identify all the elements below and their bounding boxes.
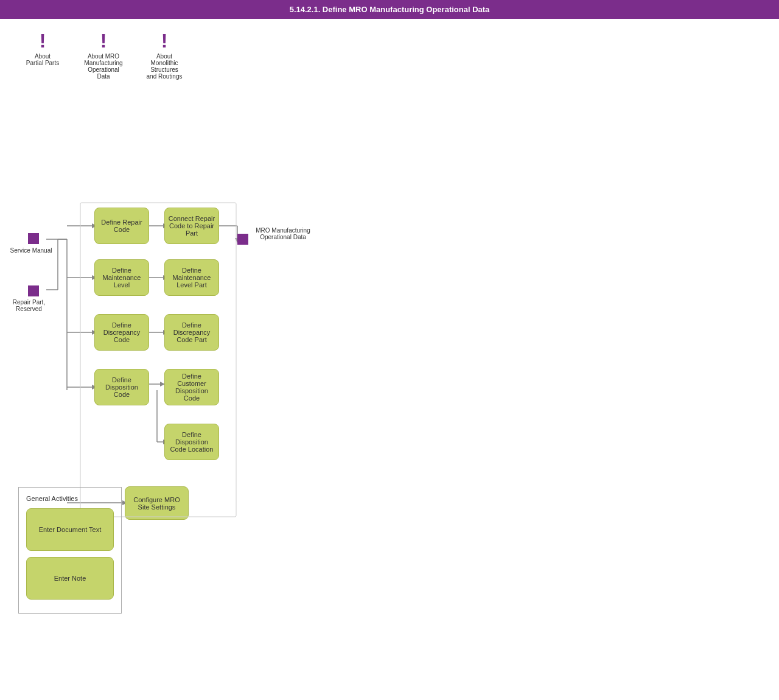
define-disposition-code-location-node[interactable]: Define Disposition Code Location: [164, 424, 219, 460]
define-maintenance-level-node[interactable]: Define Maintenance Level: [94, 259, 149, 296]
icon-label-1: AboutPartial Parts: [26, 53, 59, 66]
define-customer-disposition-code-label: Define Customer Disposition Code: [168, 373, 215, 402]
exclamation-icon-2: !: [100, 31, 107, 51]
configure-mro-site-settings-label: Configure MRO Site Settings: [128, 496, 185, 511]
general-activities-title: General Activities: [26, 495, 114, 502]
header-title: 5.14.2.1. Define MRO Manufacturing Opera…: [290, 5, 490, 14]
connect-repair-code-node[interactable]: Connect Repair Code to Repair Part: [164, 208, 219, 244]
connect-repair-code-label: Connect Repair Code to Repair Part: [168, 215, 215, 237]
icon-about-mro[interactable]: ! About MROManufacturingOperationalData: [79, 31, 128, 80]
configure-mro-site-settings-node[interactable]: Configure MRO Site Settings: [125, 486, 189, 520]
diagram-area: Service Manual Repair Part, Reserved Def…: [0, 92, 779, 548]
enter-document-text-node[interactable]: Enter Document Text: [26, 508, 114, 548]
define-disposition-code-node[interactable]: Define Disposition Code: [94, 369, 149, 405]
define-discrepancy-code-part-label: Define Discrepancy Code Part: [168, 321, 215, 343]
define-maintenance-level-part-label: Define Maintenance Level Part: [168, 267, 215, 289]
svg-rect-29: [80, 203, 236, 517]
mro-output-label: MRO Manufacturing Operational Data: [253, 227, 313, 240]
mro-output-node: [237, 234, 248, 245]
top-icons-area: ! AboutPartial Parts ! About MROManufact…: [0, 19, 779, 86]
bracket-outline: [79, 201, 237, 518]
icon-label-3: AboutMonolithicStructuresand Routings: [147, 53, 183, 80]
exclamation-icon-1: !: [40, 31, 46, 51]
general-activities-box: General Activities Enter Document Text E…: [18, 487, 122, 548]
enter-document-text-label: Enter Document Text: [39, 526, 102, 533]
exclamation-icon-3: !: [161, 31, 168, 51]
service-manual-node: [28, 233, 39, 244]
define-disposition-code-label: Define Disposition Code: [98, 376, 145, 398]
page-header: 5.14.2.1. Define MRO Manufacturing Opera…: [0, 0, 779, 19]
define-maintenance-level-part-node[interactable]: Define Maintenance Level Part: [164, 259, 219, 296]
icon-about-partial-parts[interactable]: ! AboutPartial Parts: [18, 31, 67, 66]
define-disposition-code-location-label: Define Disposition Code Location: [168, 431, 215, 453]
service-manual-label: Service Manual: [10, 247, 52, 254]
icon-label-2: About MROManufacturingOperationalData: [84, 53, 122, 80]
define-customer-disposition-code-node[interactable]: Define Customer Disposition Code: [164, 369, 219, 405]
icon-about-monolithic[interactable]: ! AboutMonolithicStructuresand Routings: [140, 31, 189, 80]
define-repair-code-label: Define Repair Code: [98, 219, 145, 233]
define-maintenance-level-label: Define Maintenance Level: [98, 267, 145, 289]
define-repair-code-node[interactable]: Define Repair Code: [94, 208, 149, 244]
repair-part-node: [28, 285, 39, 296]
define-discrepancy-code-label: Define Discrepancy Code: [98, 321, 145, 343]
define-discrepancy-code-part-node[interactable]: Define Discrepancy Code Part: [164, 314, 219, 351]
repair-part-label: Repair Part, Reserved: [6, 299, 52, 312]
define-discrepancy-code-node[interactable]: Define Discrepancy Code: [94, 314, 149, 351]
